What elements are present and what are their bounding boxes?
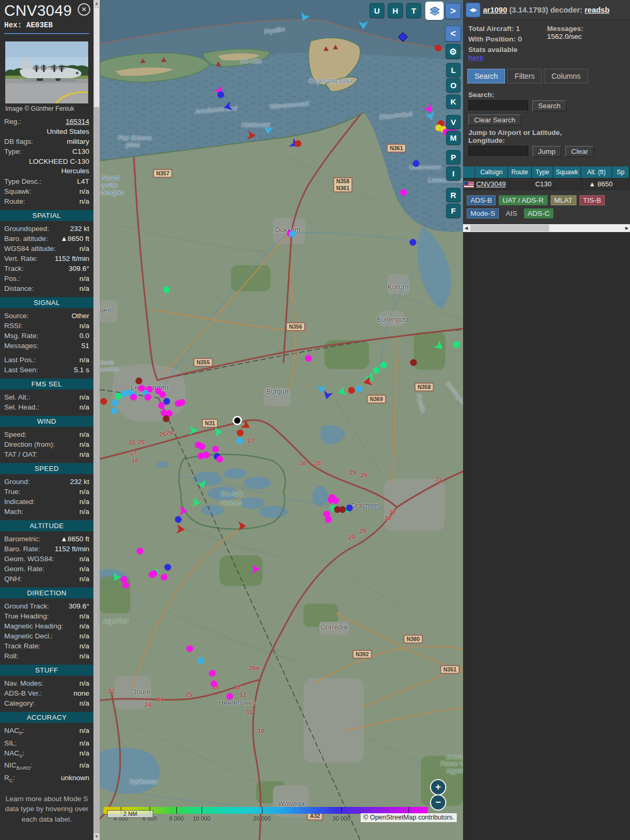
- stats-here-link[interactable]: here: [468, 54, 484, 61]
- tar1090-link[interactable]: ar1090: [483, 6, 507, 14]
- jump-input[interactable]: [468, 146, 528, 157]
- info-value: n/a: [56, 244, 89, 254]
- tab-filters[interactable]: Filters: [507, 69, 542, 83]
- map-button-m[interactable]: M: [446, 131, 460, 145]
- row-cell: CNV3049: [475, 178, 509, 190]
- info-label: Groundspeed:: [4, 224, 49, 234]
- info-label: Route:: [4, 196, 25, 206]
- sidebar-scrollbar[interactable]: ▲ ▼: [93, 0, 100, 840]
- scroll-up-icon[interactable]: ▲: [93, 0, 100, 7]
- info-label: DB flags:: [4, 136, 33, 146]
- info-row: NACP:n/a: [0, 726, 93, 738]
- info-label: Geom. Rate:: [4, 564, 45, 574]
- info-row: Type:C130: [0, 146, 93, 156]
- info-row: Track:309.6°: [0, 264, 93, 274]
- stats-available: Stats available here: [468, 46, 547, 61]
- info-label: NACV:: [4, 748, 25, 761]
- search-input[interactable]: [468, 100, 528, 111]
- info-value: ▲8650 ft: [48, 234, 89, 244]
- close-icon[interactable]: ✕: [78, 3, 90, 16]
- table-row[interactable]: CNV3049C130▲ 8650: [463, 178, 630, 190]
- expand-panel-button[interactable]: >: [445, 3, 461, 19]
- map[interactable]: LeeuwardenStiensDokkumKollumBuitenpostBu…: [100, 0, 463, 840]
- info-value: n/a: [45, 564, 89, 574]
- info-row: RC:unknown: [0, 773, 93, 785]
- search-label: Search:: [468, 91, 625, 99]
- info-row: RSSI:n/a: [0, 321, 93, 331]
- info-row: Last Pos.:n/a: [0, 355, 93, 365]
- aircraft-info-rows: Reg.:165314United StatesDB flags:militar…: [0, 117, 93, 206]
- aircraft-table: CallsignRouteTypeSquawkAlt. (ft)Sp CNV30…: [463, 166, 630, 190]
- map-button-p[interactable]: P: [446, 150, 460, 164]
- map-button-i[interactable]: I: [446, 166, 460, 181]
- map-button-l[interactable]: L: [446, 63, 460, 77]
- scroll-down-icon[interactable]: ▼: [93, 833, 100, 840]
- table-header-row: CallsignRouteTypeSquawkAlt. (ft)Sp: [463, 166, 630, 178]
- clear-search-button[interactable]: Clear Search: [468, 114, 521, 125]
- info-value: n/a: [55, 439, 89, 449]
- info-label: RC:: [4, 773, 15, 785]
- jump-clear-button[interactable]: Clear: [565, 146, 594, 157]
- table-horizontal-scrollbar[interactable]: ◀ ▶: [463, 224, 630, 232]
- info-row: Distance:n/a: [0, 284, 93, 293]
- scrollbar-thumb[interactable]: [94, 7, 99, 107]
- scroll-left-icon[interactable]: ◀: [463, 224, 469, 232]
- hscroll-thumb[interactable]: [470, 225, 549, 232]
- zoom-out-button[interactable]: −: [430, 794, 446, 811]
- info-value: L4T: [41, 176, 89, 186]
- info-value: 0.0: [38, 331, 89, 341]
- badge-mode-s: Mode-S: [467, 208, 499, 218]
- info-label: Messages:: [4, 341, 38, 351]
- info-label: Indicated:: [4, 497, 35, 507]
- callsign-title: CNV3049: [4, 2, 89, 19]
- info-label: Type Desc.:: [4, 176, 41, 186]
- map-button-f[interactable]: F: [446, 204, 460, 218]
- info-value[interactable]: 165314: [21, 117, 89, 127]
- map-button-v[interactable]: V: [446, 115, 460, 129]
- info-value: 232 kt: [49, 224, 89, 234]
- image-credit: Image © Günther Feniuk: [5, 105, 88, 112]
- row-cell: C130: [533, 178, 554, 190]
- info-value: n/a: [49, 611, 89, 621]
- info-label: QNH:: [4, 574, 22, 584]
- map-button-h[interactable]: H: [388, 3, 403, 18]
- readsb-link[interactable]: readsb: [584, 6, 610, 14]
- zoom-in-button[interactable]: +: [430, 779, 446, 795]
- info-label: Last Pos.:: [4, 355, 36, 365]
- settings-gear-button[interactable]: ⚙: [446, 44, 460, 59]
- map-button-o[interactable]: O: [446, 78, 460, 92]
- collapse-panel-button[interactable]: <: [445, 26, 461, 41]
- info-row: Barometric:▲8650 ft: [0, 534, 93, 544]
- info-row: TAT / OAT:n/a: [0, 449, 93, 459]
- info-label: Category:: [4, 698, 35, 708]
- section-header: FMS SEL: [0, 379, 93, 390]
- map-button-u[interactable]: U: [370, 3, 384, 18]
- info-row: LOCKHEED C-130 Hercules: [0, 156, 93, 176]
- jump-button[interactable]: Jump: [532, 146, 561, 157]
- map-button-k[interactable]: K: [446, 94, 460, 109]
- info-label: Distance:: [4, 284, 34, 293]
- info-value: 51: [38, 341, 89, 351]
- info-value: n/a: [23, 321, 89, 331]
- info-row: Sel. Alt.:n/a: [0, 392, 93, 402]
- stats-block: Total Aircraft: 1 With Position: 0 Stats…: [463, 20, 630, 65]
- map-button-t[interactable]: T: [406, 3, 421, 18]
- info-value: n/a: [25, 196, 89, 206]
- aircraft-photo[interactable]: [5, 41, 88, 103]
- scroll-right-icon[interactable]: ▶: [624, 224, 630, 232]
- search-button[interactable]: Search: [532, 100, 566, 111]
- info-row: Sel. Head.:n/a: [0, 402, 93, 412]
- info-label: Track Rate:: [4, 641, 40, 651]
- info-row: Nav. Modes:n/a: [0, 678, 93, 688]
- aircraft-info-sidebar: CNV3049 ✕ Hex: AE03EB: [0, 0, 93, 840]
- tar1090-app: CNV3049 ✕ Hex: AE03EB: [0, 0, 630, 840]
- tab-search[interactable]: Search: [467, 69, 505, 83]
- info-value: n/a: [34, 284, 89, 293]
- layer-switcher-button[interactable]: [425, 2, 444, 20]
- divider: [4, 33, 89, 34]
- map-button-r[interactable]: R: [446, 188, 460, 202]
- info-value: n/a: [17, 738, 89, 748]
- badge-uat-ads-r: UAT / ADS-R: [499, 195, 547, 205]
- tab-columns[interactable]: Columns: [544, 69, 587, 83]
- panel-collapse-button[interactable]: ◀▶: [466, 3, 480, 17]
